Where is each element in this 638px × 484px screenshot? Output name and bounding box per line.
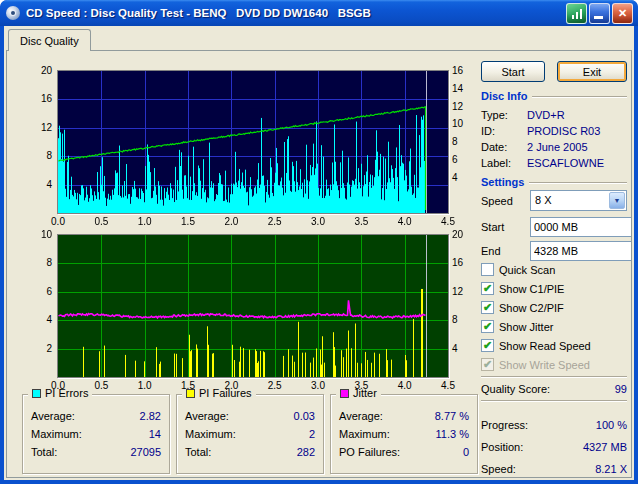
app-window: CD Speed : Disc Quality Test - BENQ DVD …: [0, 0, 638, 484]
axis-tick-label: 6: [26, 286, 52, 298]
position-row: Position: 4327 MB: [481, 440, 627, 454]
axis-tick-label: 2.0: [218, 216, 244, 228]
axis-tick-label: 0.0: [45, 380, 71, 392]
end-mb-field[interactable]: [530, 241, 632, 261]
stat-row: Maximum:11.3 %: [339, 425, 469, 443]
chart-icon: [572, 15, 574, 19]
cd-app-icon: [5, 5, 21, 21]
axis-tick-label: 2: [26, 343, 52, 355]
axis-tick-label: 6: [452, 154, 478, 166]
axis-tick-label: 2.5: [262, 380, 288, 392]
checkbox-box[interactable]: ✔: [481, 339, 494, 352]
axis-tick-label: 16: [452, 257, 478, 269]
settings-header: Settings: [481, 176, 627, 188]
speed-select[interactable]: 8 X ▼: [530, 190, 627, 211]
axis-tick-label: 3.5: [348, 380, 374, 392]
minimize-icon: [594, 16, 603, 19]
axis-tick-label: 4.5: [435, 216, 461, 228]
chevron-down-icon[interactable]: ▼: [609, 192, 625, 209]
stat-row: Maximum:2: [185, 425, 315, 443]
close-icon: ✕: [618, 7, 627, 20]
settings-checkbox-list: Quick Scan✔Show C1/PIE✔Show C2/PIF✔Show …: [481, 260, 627, 374]
axis-tick-label: 8: [26, 257, 52, 269]
checkbox-show-read-speed[interactable]: ✔Show Read Speed: [481, 336, 627, 355]
axis-tick-label: 4: [452, 172, 478, 184]
checkbox-label: Show C2/PIF: [499, 302, 564, 314]
stat-row: Total:282: [185, 443, 315, 461]
axis-tick-label: 3.5: [348, 216, 374, 228]
disc-type-row: Type: DVD+R: [481, 108, 627, 122]
axis-tick-label: 1.0: [132, 216, 158, 228]
speed-result-row: Speed: 8.21 X: [481, 462, 627, 476]
disc-label-row: Label: ESCAFLOWNE: [481, 156, 627, 170]
progress-row: Progress: 100 %: [481, 418, 627, 432]
axis-tick-label: 4: [26, 314, 52, 326]
axis-tick-label: 10: [26, 229, 52, 241]
tab-label: Disc Quality: [20, 35, 79, 47]
axis-tick-label: 0.0: [45, 216, 71, 228]
pie-read-speed-chart: [57, 70, 449, 214]
window-title: CD Speed : Disc Quality Test - BENQ DVD …: [26, 7, 566, 19]
speed-row: Speed 8 X ▼: [481, 190, 627, 211]
titlebar-buttons: ✕: [566, 3, 633, 24]
stat-row: Average:8.77 %: [339, 407, 469, 425]
axis-tick-label: 3.0: [305, 380, 331, 392]
start-button[interactable]: Start: [481, 61, 545, 82]
pif-jitter-chart: [57, 234, 449, 378]
checkbox-show-c2-pif[interactable]: ✔Show C2/PIF: [481, 298, 627, 317]
axis-tick-label: 16: [452, 65, 478, 77]
axis-tick-label: 14: [452, 83, 478, 95]
axis-tick-label: 2.5: [262, 216, 288, 228]
axis-tick-label: 1.5: [175, 216, 201, 228]
axis-tick-label: 12: [452, 101, 478, 113]
divider: [481, 376, 627, 378]
tab-disc-quality[interactable]: Disc Quality: [8, 29, 91, 51]
stat-row: PO Failures:0: [339, 443, 469, 461]
checkbox-label: Show C1/PIE: [499, 283, 564, 295]
pi-failures-panel: PI Failures Average:0.03 Maximum:2 Total…: [176, 394, 324, 474]
axis-tick-label: 0.5: [88, 380, 114, 392]
axis-tick-label: 12: [452, 286, 478, 298]
axis-tick-label: 4.0: [392, 216, 418, 228]
minimize-button[interactable]: [589, 3, 610, 24]
checkbox-label: Quick Scan: [499, 264, 555, 276]
stat-row: Average:0.03: [185, 407, 315, 425]
checkbox-label: Show Write Speed: [499, 359, 590, 371]
pie-chart-canvas: [58, 71, 448, 213]
tab-page: Start Exit Disc Info Type: DVD+R ID: PRO…: [6, 50, 632, 478]
checkbox-box: ✔: [481, 358, 494, 371]
checkbox-box[interactable]: ✔: [481, 320, 494, 333]
axis-tick-label: 16: [26, 93, 52, 105]
axis-tick-label: 4: [452, 343, 478, 355]
close-button[interactable]: ✕: [612, 3, 633, 24]
checkbox-label: Show Jitter: [499, 321, 553, 333]
checkbox-quick-scan[interactable]: Quick Scan: [481, 260, 627, 279]
disc-date-row: Date: 2 June 2005: [481, 140, 627, 154]
axis-tick-label: 20: [452, 229, 478, 241]
axis-tick-label: 3.0: [305, 216, 331, 228]
axis-tick-label: 20: [26, 65, 52, 77]
titlebar[interactable]: CD Speed : Disc Quality Test - BENQ DVD …: [0, 0, 638, 26]
exit-button[interactable]: Exit: [557, 61, 627, 82]
checkbox-box[interactable]: [481, 263, 494, 276]
axis-tick-label: 2.0: [218, 380, 244, 392]
checkbox-box[interactable]: ✔: [481, 301, 494, 314]
checkbox-show-c1-pie[interactable]: ✔Show C1/PIE: [481, 279, 627, 298]
checkbox-box[interactable]: ✔: [481, 282, 494, 295]
checkbox-label: Show Read Speed: [499, 340, 591, 352]
client-area: Disc Quality Start Exit Disc Info Type: …: [4, 26, 634, 480]
axis-tick-label: 1.0: [132, 380, 158, 392]
axis-tick-label: 0.5: [88, 216, 114, 228]
chart-icon-button[interactable]: [566, 3, 587, 24]
stat-row: Maximum:14: [31, 425, 161, 443]
checkbox-show-jitter[interactable]: ✔Show Jitter: [481, 317, 627, 336]
axis-tick-label: 4.5: [435, 380, 461, 392]
jitter-panel: Jitter Average:8.77 % Maximum:11.3 % PO …: [330, 394, 478, 474]
axis-tick-label: 8: [26, 150, 52, 162]
axis-tick-label: 4.0: [392, 380, 418, 392]
start-mb-field[interactable]: [530, 217, 632, 237]
axis-tick-label: 10: [452, 118, 478, 130]
axis-tick-label: 12: [26, 122, 52, 134]
pif-chart-canvas: [58, 235, 448, 377]
disc-info-header: Disc Info: [481, 90, 627, 102]
